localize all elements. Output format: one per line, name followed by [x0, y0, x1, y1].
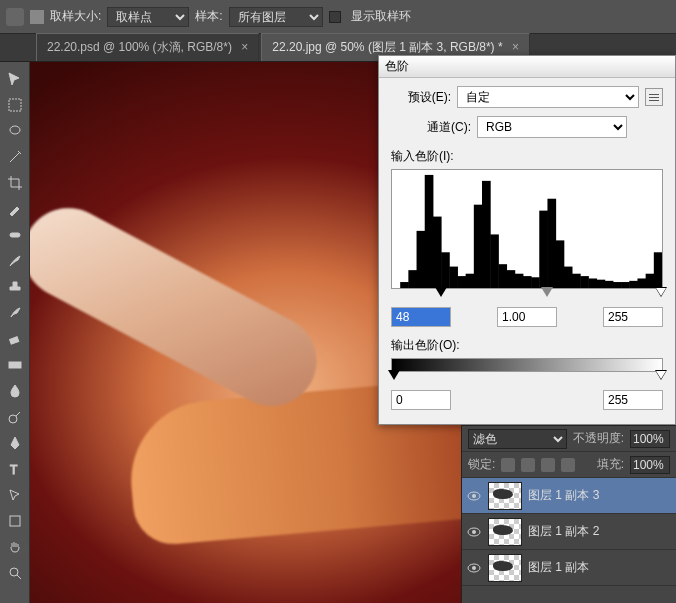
dialog-title: 色阶 [385, 58, 409, 75]
output-black-field[interactable] [391, 390, 451, 410]
type-tool[interactable]: T [2, 457, 28, 481]
svg-rect-21 [490, 234, 499, 288]
svg-rect-41 [654, 252, 662, 288]
options-bar: 取样大小: 取样点 样本: 所有图层 显示取样环 [0, 0, 676, 34]
tool-panel: T [0, 62, 30, 603]
show-ring-checkbox[interactable] [329, 11, 341, 23]
svg-rect-29 [556, 240, 565, 288]
pen-tool[interactable] [2, 431, 28, 455]
svg-rect-7 [10, 516, 20, 526]
sample-layers-select[interactable]: 所有图层 [229, 7, 323, 27]
fill-field[interactable] [630, 456, 670, 474]
lasso-tool[interactable] [2, 119, 28, 143]
layer-list: 图层 1 副本 3 图层 1 副本 2 图层 1 副本 [462, 478, 676, 586]
layer-row[interactable]: 图层 1 副本 3 [462, 478, 676, 514]
preset-menu-icon[interactable] [645, 88, 663, 106]
svg-rect-4 [9, 362, 21, 368]
history-brush-tool[interactable] [2, 301, 28, 325]
histogram [391, 169, 663, 289]
svg-point-43 [472, 494, 476, 498]
visibility-icon[interactable] [466, 524, 482, 540]
svg-rect-3 [9, 337, 18, 344]
wand-tool[interactable] [2, 145, 28, 169]
svg-rect-0 [9, 99, 21, 111]
layer-name: 图层 1 副本 3 [528, 487, 599, 504]
eraser-tool[interactable] [2, 327, 28, 351]
layer-thumbnail [488, 518, 522, 546]
layer-thumbnail [488, 482, 522, 510]
svg-rect-22 [498, 264, 507, 288]
input-black-field[interactable] [391, 307, 451, 327]
output-black-slider[interactable] [388, 370, 400, 380]
svg-rect-2 [10, 233, 20, 237]
svg-rect-14 [433, 217, 442, 288]
lock-all-icon[interactable] [561, 458, 575, 472]
tab-document-1[interactable]: 22.20.psd @ 100% (水滴, RGB/8*) × [36, 33, 259, 61]
eyedropper-tool[interactable] [2, 197, 28, 221]
output-white-field[interactable] [603, 390, 663, 410]
layer-name: 图层 1 副本 2 [528, 523, 599, 540]
svg-rect-18 [466, 274, 475, 288]
output-white-slider[interactable] [655, 370, 667, 380]
gradient-tool[interactable] [2, 353, 28, 377]
svg-rect-12 [417, 231, 426, 288]
eyedropper-tool-icon [6, 8, 24, 26]
close-icon[interactable]: × [241, 40, 248, 54]
svg-rect-11 [408, 270, 417, 288]
tab-label: 22.20.jpg @ 50% (图层 1 副本 3, RGB/8*) * [272, 40, 502, 54]
dialog-titlebar[interactable]: 色阶 [379, 56, 675, 78]
input-gamma-field[interactable] [497, 307, 557, 327]
gamma-slider[interactable] [541, 287, 553, 297]
close-icon[interactable]: × [512, 40, 519, 54]
blend-mode-select[interactable]: 滤色 [468, 429, 567, 449]
stamp-tool[interactable] [2, 275, 28, 299]
svg-rect-19 [474, 205, 483, 288]
hand-tool[interactable] [2, 535, 28, 559]
path-select-tool[interactable] [2, 483, 28, 507]
move-tool[interactable] [2, 67, 28, 91]
lock-position-icon[interactable] [541, 458, 555, 472]
svg-rect-13 [425, 175, 434, 288]
preset-select[interactable]: 自定 [457, 86, 639, 108]
show-ring-label: 显示取样环 [351, 8, 411, 25]
lock-pixels-icon[interactable] [521, 458, 535, 472]
crop-tool[interactable] [2, 171, 28, 195]
sample-label: 样本: [195, 8, 222, 25]
svg-text:T: T [10, 463, 18, 477]
svg-point-8 [10, 568, 18, 576]
layer-thumbnail [488, 554, 522, 582]
sample-size-label: 取样大小: [50, 8, 101, 25]
input-slider-track[interactable] [391, 287, 663, 303]
opacity-field[interactable] [630, 430, 670, 448]
sample-size-select[interactable]: 取样点 [107, 7, 189, 27]
channel-label: 通道(C): [427, 119, 471, 136]
input-levels-label: 输入色阶(I): [391, 148, 663, 165]
white-point-slider[interactable] [655, 287, 667, 297]
blur-tool[interactable] [2, 379, 28, 403]
svg-rect-30 [564, 267, 573, 288]
visibility-icon[interactable] [466, 488, 482, 504]
layers-panel: 滤色 不透明度: 锁定: 填充: 图层 1 副本 3 图层 1 副本 2 图层 … [461, 425, 676, 603]
svg-rect-16 [449, 267, 458, 288]
output-levels-label: 输出色阶(O): [391, 337, 663, 354]
shape-tool[interactable] [2, 509, 28, 533]
layer-row[interactable]: 图层 1 副本 [462, 550, 676, 586]
channel-select[interactable]: RGB [477, 116, 627, 138]
visibility-icon[interactable] [466, 560, 482, 576]
output-slider-track[interactable] [391, 370, 663, 386]
layer-row[interactable]: 图层 1 副本 2 [462, 514, 676, 550]
svg-point-1 [10, 126, 20, 134]
heal-tool[interactable] [2, 223, 28, 247]
lock-transparent-icon[interactable] [501, 458, 515, 472]
swap-icon[interactable] [30, 10, 44, 24]
dodge-tool[interactable] [2, 405, 28, 429]
fill-label: 填充: [597, 456, 624, 473]
svg-rect-40 [646, 274, 655, 288]
brush-tool[interactable] [2, 249, 28, 273]
zoom-tool[interactable] [2, 561, 28, 585]
opacity-label: 不透明度: [573, 430, 624, 447]
marquee-tool[interactable] [2, 93, 28, 117]
svg-rect-23 [507, 270, 516, 288]
input-white-field[interactable] [603, 307, 663, 327]
black-point-slider[interactable] [435, 287, 447, 297]
